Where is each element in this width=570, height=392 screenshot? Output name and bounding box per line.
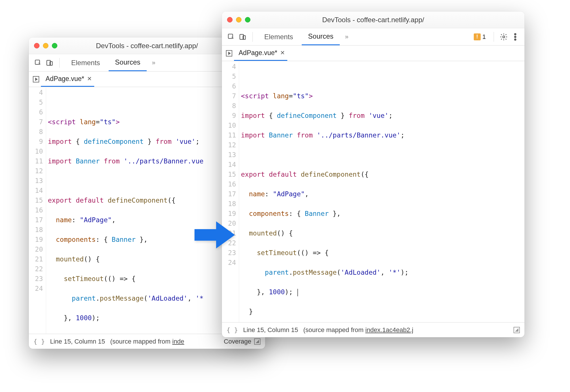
minimize-window-button[interactable] xyxy=(43,43,48,48)
separator xyxy=(494,32,494,42)
traffic-lights xyxy=(34,43,57,48)
file-tab-adpage[interactable]: AdPage.vue* ✕ xyxy=(234,46,287,61)
line-gutter: 456789101112131415161718192021222324 xyxy=(222,62,239,322)
warnings-badge[interactable]: ! 1 xyxy=(471,32,488,42)
drawer-toggle-icon[interactable] xyxy=(254,338,261,345)
traffic-lights xyxy=(227,17,250,22)
device-toggle-icon[interactable] xyxy=(45,58,54,67)
code-content: <script lang="ts"> import { defineCompon… xyxy=(239,62,524,322)
transition-arrow-icon xyxy=(193,219,236,248)
file-tab-label: AdPage.vue* xyxy=(46,75,84,83)
statusbar: { } Line 15, Column 15 (source mapped fr… xyxy=(222,322,524,337)
text-cursor xyxy=(297,289,298,296)
tab-elements[interactable]: Elements xyxy=(258,28,299,45)
line-gutter: 456789101112131415161718192021222324 xyxy=(29,88,46,334)
format-icon[interactable]: { } xyxy=(227,326,238,333)
source-map-text: (source mapped from index.1ac4eab2.j xyxy=(303,326,414,334)
inspect-element-icon[interactable] xyxy=(33,58,43,67)
tab-sources[interactable]: Sources xyxy=(302,28,340,45)
cursor-position: Line 15, Column 15 xyxy=(243,326,298,334)
svg-point-7 xyxy=(514,33,516,35)
coverage-label[interactable]: Coverage xyxy=(224,338,251,345)
close-window-button[interactable] xyxy=(34,43,39,48)
svg-point-9 xyxy=(514,39,516,40)
close-file-icon[interactable]: ✕ xyxy=(87,75,92,82)
more-tabs-icon[interactable]: » xyxy=(149,59,158,67)
snippet-run-icon[interactable] xyxy=(226,50,232,56)
file-tab-adpage[interactable]: AdPage.vue* ✕ xyxy=(41,71,94,87)
titlebar: DevTools - coffee-cart.netlify.app/ xyxy=(222,12,524,28)
tab-sources[interactable]: Sources xyxy=(109,54,147,71)
warning-icon: ! xyxy=(474,33,481,40)
svg-rect-0 xyxy=(35,60,39,64)
warning-count: 1 xyxy=(482,33,486,41)
window-title: DevTools - coffee-cart.netlify.app/ xyxy=(222,16,524,24)
source-map-link[interactable]: inde xyxy=(172,338,184,345)
minimize-window-button[interactable] xyxy=(236,17,241,22)
source-map-text: (source mapped from inde xyxy=(110,338,184,345)
drawer-toggle-icon[interactable] xyxy=(514,327,520,333)
devtools-toolbar: Elements Sources » ! 1 xyxy=(222,28,524,46)
more-menu-icon[interactable] xyxy=(511,32,520,42)
format-icon[interactable]: { } xyxy=(33,338,45,345)
code-editor[interactable]: 456789101112131415161718192021222324 <sc… xyxy=(222,61,524,322)
close-window-button[interactable] xyxy=(227,17,233,22)
maximize-window-button[interactable] xyxy=(245,17,250,22)
separator xyxy=(252,32,253,42)
sources-subtoolbar: AdPage.vue* ✕ xyxy=(222,46,524,61)
cursor-position: Line 15, Column 15 xyxy=(50,338,105,345)
close-file-icon[interactable]: ✕ xyxy=(280,49,285,56)
file-tab-label: AdPage.vue* xyxy=(239,49,277,57)
separator xyxy=(59,58,60,68)
device-toggle-icon[interactable] xyxy=(238,32,247,42)
inspect-element-icon[interactable] xyxy=(227,32,236,42)
svg-rect-3 xyxy=(228,34,233,38)
svg-point-8 xyxy=(514,36,516,37)
source-map-link[interactable]: index.1ac4eab2.j xyxy=(365,326,413,333)
tab-elements[interactable]: Elements xyxy=(65,54,106,71)
more-tabs-icon[interactable]: » xyxy=(342,33,351,41)
settings-icon[interactable] xyxy=(499,32,508,42)
snippet-run-icon[interactable] xyxy=(33,76,39,82)
svg-point-6 xyxy=(503,36,505,38)
devtools-window-right: DevTools - coffee-cart.netlify.app/ Elem… xyxy=(222,12,524,337)
maximize-window-button[interactable] xyxy=(52,43,57,48)
